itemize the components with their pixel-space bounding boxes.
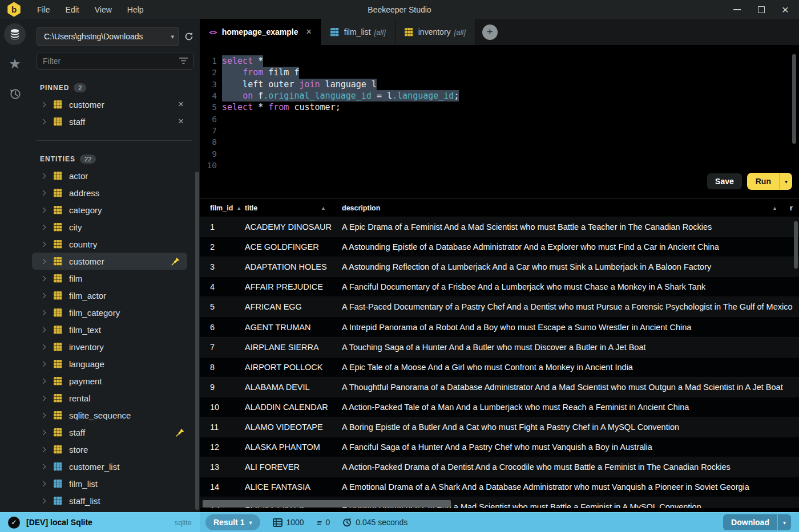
chevron-right-icon[interactable] xyxy=(41,429,46,435)
editor-line-6[interactable]: 6 xyxy=(200,113,799,124)
entity-item-actor[interactable]: actor xyxy=(32,167,192,184)
entity-item-inventory[interactable]: inventory xyxy=(32,338,192,355)
table-row[interactable]: 14ALICE FANTASIAA Emotional Drama of a A… xyxy=(200,477,799,497)
entity-item-city[interactable]: city xyxy=(32,218,192,235)
chevron-right-icon[interactable] xyxy=(41,241,46,247)
editor-line-2[interactable]: 2 from film f xyxy=(200,67,799,78)
entity-item-category[interactable]: category xyxy=(32,201,192,218)
table-row[interactable]: 7AIRPLANE SIERRAA Touching Saga of a Hun… xyxy=(200,338,799,358)
editor-line-8[interactable]: 8 xyxy=(200,136,799,148)
editor-line-3[interactable]: 3 left outer join language l xyxy=(200,79,799,90)
table-row[interactable]: 6AGENT TRUMANA Intrepid Panorama of a Ro… xyxy=(200,317,799,337)
entity-item-rental[interactable]: rental xyxy=(32,389,192,407)
column-header-description[interactable]: description ▲ xyxy=(342,204,790,212)
entity-item-payment[interactable]: payment xyxy=(32,372,192,389)
filter-icon[interactable] xyxy=(179,57,188,64)
connection-select[interactable]: C:\Users\ghstng\Downloads ▾ xyxy=(37,27,179,46)
menu-file[interactable]: File xyxy=(37,5,50,14)
sort-asc-icon[interactable]: ▲ xyxy=(236,205,241,211)
new-tab-button[interactable]: + xyxy=(482,25,498,40)
editor-line-4[interactable]: 4 on f.original_language_id = l.language… xyxy=(200,90,799,101)
table-row[interactable]: 8AIRPORT POLLOCKA Epic Tale of a Moose A… xyxy=(200,358,799,377)
chevron-right-icon[interactable] xyxy=(41,327,46,332)
tables-panel-button[interactable] xyxy=(4,23,26,45)
chevron-right-icon[interactable] xyxy=(41,293,46,298)
pinned-item-staff[interactable]: staff× xyxy=(32,113,192,130)
run-button-label[interactable]: Run xyxy=(747,173,780,190)
entity-item-film_category[interactable]: film_category xyxy=(32,304,192,321)
results-scrollbar[interactable] xyxy=(794,221,798,269)
table-row[interactable]: 4AFFAIR PREJUDICEA Fanciful Documentary … xyxy=(200,277,799,297)
table-row[interactable]: 3ADAPTATION HOLESA Astounding Reflection… xyxy=(200,257,799,277)
favorites-button[interactable]: ★ xyxy=(4,53,26,75)
chevron-right-icon[interactable] xyxy=(41,378,46,384)
column-header-clipped[interactable]: r xyxy=(790,204,799,212)
pin-icon[interactable] xyxy=(171,257,180,266)
chevron-right-icon[interactable] xyxy=(41,498,46,503)
chevron-right-icon[interactable] xyxy=(41,258,46,264)
table-row[interactable]: 13ALI FOREVERA Action-Packed Drama of a … xyxy=(200,457,799,477)
table-row[interactable]: 5AFRICAN EGGA Fast-Paced Documentary of … xyxy=(200,297,799,317)
editor-line-10[interactable]: 10 xyxy=(200,160,799,171)
entity-item-customer[interactable]: customer xyxy=(32,253,187,270)
entity-item-staff[interactable]: staff xyxy=(32,424,192,441)
table-row[interactable]: 2ACE GOLDFINGERA Astounding Epistle of a… xyxy=(200,237,799,257)
history-button[interactable] xyxy=(4,83,26,104)
editor-line-5[interactable]: 5select * from customer; xyxy=(200,101,799,113)
chevron-right-icon[interactable] xyxy=(41,412,46,418)
sort-asc-icon[interactable]: ▲ xyxy=(772,205,777,211)
maximize-icon[interactable] xyxy=(758,6,765,13)
chevron-right-icon[interactable] xyxy=(41,361,46,367)
refresh-icon[interactable] xyxy=(184,31,194,42)
chevron-right-icon[interactable] xyxy=(41,481,46,486)
chevron-right-icon[interactable] xyxy=(41,119,46,124)
tab-inventory[interactable]: inventory[all] xyxy=(396,19,475,45)
chevron-right-icon[interactable] xyxy=(41,275,46,281)
download-label[interactable]: Download xyxy=(723,514,777,530)
table-row[interactable]: 9ALABAMA DEVILA Thoughtful Panorama of a… xyxy=(200,377,799,397)
run-options-caret[interactable]: ▾ xyxy=(780,173,792,190)
chevron-right-icon[interactable] xyxy=(41,395,46,401)
unpin-icon[interactable]: × xyxy=(177,116,185,127)
editor-line-1[interactable]: 1select * xyxy=(200,55,799,67)
menu-edit[interactable]: Edit xyxy=(66,5,79,14)
chevron-right-icon[interactable] xyxy=(41,207,46,213)
entity-item-film_actor[interactable]: film_actor xyxy=(32,287,192,304)
close-icon[interactable]: × xyxy=(782,6,789,13)
entity-item-film_list[interactable]: film_list xyxy=(32,475,192,492)
chevron-right-icon[interactable] xyxy=(41,173,46,178)
table-row[interactable]: 11ALAMO VIDEOTAPEA Boring Epistle of a B… xyxy=(200,417,799,437)
chevron-right-icon[interactable] xyxy=(41,190,46,196)
chevron-right-icon[interactable] xyxy=(41,464,46,469)
connection-status[interactable]: ✓ [DEV] local Sqlite sqlite xyxy=(0,513,200,532)
entity-item-address[interactable]: address xyxy=(32,184,192,201)
horizontal-scrollbar[interactable] xyxy=(203,500,451,507)
download-options-caret[interactable]: ▾ xyxy=(777,514,791,530)
tab-film_list[interactable]: film_list[all] xyxy=(321,19,396,45)
entity-item-customer_list[interactable]: customer_list xyxy=(32,458,192,475)
chevron-right-icon[interactable] xyxy=(41,310,46,315)
entity-item-film_text[interactable]: film_text xyxy=(32,321,192,338)
pinned-item-customer[interactable]: customer× xyxy=(32,96,192,113)
sidebar-scrollbar[interactable] xyxy=(195,172,199,510)
close-tab-icon[interactable]: × xyxy=(306,27,312,37)
chevron-right-icon[interactable] xyxy=(41,101,46,107)
entity-item-country[interactable]: country xyxy=(32,235,192,253)
table-row[interactable]: 1ACADEMY DINOSAURA Epic Drama of a Femin… xyxy=(200,217,799,237)
run-button[interactable]: Run ▾ xyxy=(747,173,792,190)
sort-asc-icon[interactable]: ▲ xyxy=(321,205,326,211)
table-row[interactable]: 10ALADDIN CALENDARA Action-Packed Tale o… xyxy=(200,397,799,417)
entity-item-film[interactable]: film xyxy=(32,270,192,287)
table-row[interactable]: 12ALASKA PHANTOMA Fanciful Saga of a Hun… xyxy=(200,437,799,457)
entity-item-language[interactable]: language xyxy=(32,355,192,372)
entity-item-staff_list[interactable]: staff_list xyxy=(32,492,192,509)
column-header-title[interactable]: title ▲ xyxy=(245,204,342,212)
entity-item-sqlite_sequence[interactable]: sqlite_sequence xyxy=(32,407,192,424)
menu-help[interactable]: Help xyxy=(127,5,144,14)
filter-input[interactable] xyxy=(43,56,179,66)
column-header-film-id[interactable]: film_id ▲ xyxy=(200,204,245,212)
download-button[interactable]: Download ▾ xyxy=(723,514,791,530)
minimize-icon[interactable] xyxy=(733,9,741,10)
menu-view[interactable]: View xyxy=(95,5,112,14)
chevron-right-icon[interactable] xyxy=(41,446,46,452)
